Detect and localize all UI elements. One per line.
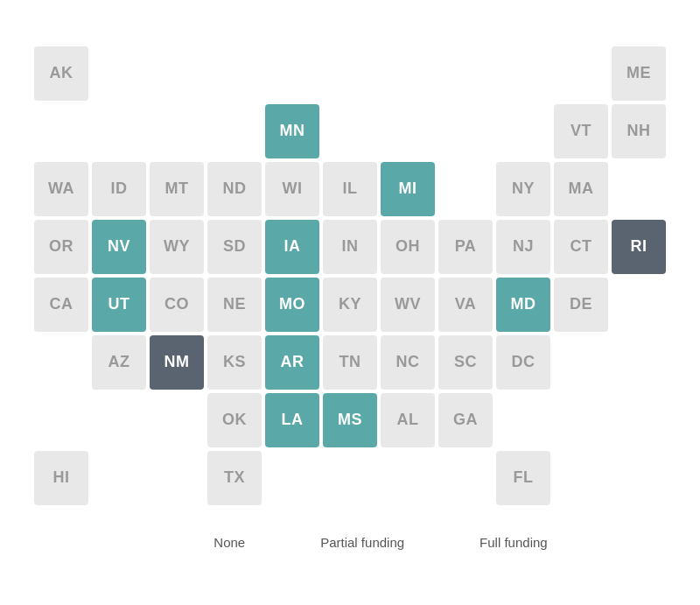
map-container: AKMEMNVTNHWAIDMTNDWIILMINYMAORNVWYSDIAIN… — [34, 46, 666, 559]
state-cell-dc[interactable]: DC — [496, 335, 550, 390]
state-cell-or[interactable]: OR — [34, 220, 88, 274]
cell-empty — [323, 104, 377, 158]
state-cell-il[interactable]: IL — [323, 162, 377, 216]
cell-empty — [438, 46, 493, 101]
state-cell-ok[interactable]: OK — [207, 393, 262, 447]
state-cell-in[interactable]: IN — [323, 220, 377, 274]
state-cell-mi[interactable]: MI — [381, 162, 435, 216]
state-cell-sd[interactable]: SD — [207, 220, 262, 274]
state-cell-hi[interactable]: HI — [34, 451, 88, 505]
state-cell-nv[interactable]: NV — [92, 220, 146, 274]
cell-empty — [150, 104, 204, 158]
legend-item-none: None — [152, 526, 245, 559]
state-cell-wi[interactable]: WI — [265, 162, 319, 216]
cell-empty — [92, 46, 146, 101]
legend-box-none — [152, 526, 206, 559]
cell-empty — [381, 46, 435, 101]
state-cell-ne[interactable]: NE — [207, 278, 262, 332]
state-cell-mt[interactable]: MT — [150, 162, 204, 216]
state-cell-tn[interactable]: TN — [323, 335, 377, 390]
legend-label-partial: Partial funding — [320, 535, 404, 550]
cell-empty — [150, 451, 204, 505]
state-cell-fl[interactable]: FL — [496, 451, 550, 505]
cell-empty — [554, 335, 608, 390]
state-cell-ky[interactable]: KY — [323, 278, 377, 332]
cell-empty — [612, 335, 666, 390]
cell-empty — [265, 46, 319, 101]
state-cell-sc[interactable]: SC — [438, 335, 493, 390]
cell-empty — [496, 393, 550, 447]
state-grid: AKMEMNVTNHWAIDMTNDWIILMINYMAORNVWYSDIAIN… — [34, 46, 666, 505]
legend-label-none: None — [214, 535, 245, 550]
state-cell-de[interactable]: DE — [554, 278, 608, 332]
cell-empty — [150, 46, 204, 101]
state-cell-id[interactable]: ID — [92, 162, 146, 216]
state-cell-ny[interactable]: NY — [496, 162, 550, 216]
state-cell-la[interactable]: LA — [265, 393, 319, 447]
cell-empty — [612, 278, 666, 332]
cell-empty — [92, 104, 146, 158]
legend-item-full: Full funding — [418, 526, 548, 559]
state-cell-ak[interactable]: AK — [34, 46, 88, 101]
state-cell-wa[interactable]: WA — [34, 162, 88, 216]
state-cell-ct[interactable]: CT — [554, 220, 608, 274]
state-cell-nc[interactable]: NC — [381, 335, 435, 390]
legend-box-partial — [259, 526, 313, 559]
state-cell-mo[interactable]: MO — [265, 278, 319, 332]
state-cell-nj[interactable]: NJ — [496, 220, 550, 274]
state-cell-ms[interactable]: MS — [323, 393, 377, 447]
cell-empty — [92, 451, 146, 505]
legend: None Partial funding Full funding — [152, 526, 547, 559]
cell-empty — [554, 451, 608, 505]
state-cell-ks[interactable]: KS — [207, 335, 262, 390]
cell-empty — [323, 451, 377, 505]
cell-empty — [92, 393, 146, 447]
cell-empty — [612, 162, 666, 216]
state-cell-tx[interactable]: TX — [207, 451, 262, 505]
state-cell-mn[interactable]: MN — [265, 104, 319, 158]
legend-box-full — [418, 526, 472, 559]
cell-empty — [381, 104, 435, 158]
cell-empty — [34, 393, 88, 447]
state-cell-nd[interactable]: ND — [207, 162, 262, 216]
state-cell-ca[interactable]: CA — [34, 278, 88, 332]
state-cell-vt[interactable]: VT — [554, 104, 608, 158]
cell-empty — [496, 104, 550, 158]
cell-empty — [438, 162, 493, 216]
cell-empty — [612, 393, 666, 447]
cell-empty — [34, 104, 88, 158]
state-cell-ar[interactable]: AR — [265, 335, 319, 390]
state-cell-al[interactable]: AL — [381, 393, 435, 447]
cell-empty — [34, 335, 88, 390]
state-cell-ia[interactable]: IA — [265, 220, 319, 274]
state-cell-oh[interactable]: OH — [381, 220, 435, 274]
state-cell-me[interactable]: ME — [612, 46, 666, 101]
state-cell-pa[interactable]: PA — [438, 220, 493, 274]
state-cell-md[interactable]: MD — [496, 278, 550, 332]
state-cell-ma[interactable]: MA — [554, 162, 608, 216]
cell-empty — [207, 46, 262, 101]
cell-empty — [150, 393, 204, 447]
state-cell-ri[interactable]: RI — [612, 220, 666, 274]
state-cell-ut[interactable]: UT — [92, 278, 146, 332]
cell-empty — [265, 451, 319, 505]
cell-empty — [381, 451, 435, 505]
cell-empty — [207, 104, 262, 158]
legend-label-full: Full funding — [480, 535, 548, 550]
cell-empty — [323, 46, 377, 101]
state-cell-va[interactable]: VA — [438, 278, 493, 332]
cell-empty — [438, 104, 493, 158]
cell-empty — [554, 46, 608, 101]
cell-empty — [438, 451, 493, 505]
state-cell-ga[interactable]: GA — [438, 393, 493, 447]
cell-empty — [496, 46, 550, 101]
legend-item-partial: Partial funding — [259, 526, 404, 559]
state-cell-az[interactable]: AZ — [92, 335, 146, 390]
state-cell-co[interactable]: CO — [150, 278, 204, 332]
state-cell-wv[interactable]: WV — [381, 278, 435, 332]
state-cell-wy[interactable]: WY — [150, 220, 204, 274]
cell-empty — [612, 451, 666, 505]
state-cell-nm[interactable]: NM — [150, 335, 204, 390]
cell-empty — [554, 393, 608, 447]
state-cell-nh[interactable]: NH — [612, 104, 666, 158]
